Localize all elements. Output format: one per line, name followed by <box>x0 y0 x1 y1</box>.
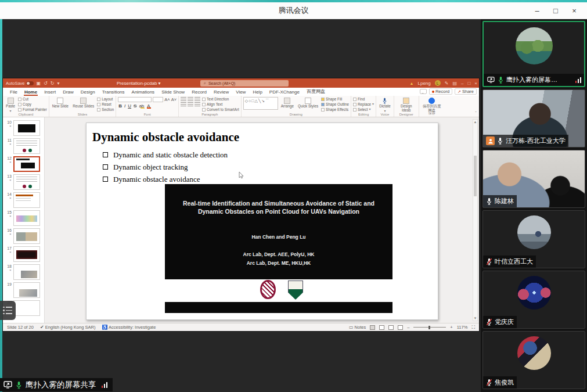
design-ideas-button[interactable]: Design Ideas <box>396 97 417 113</box>
participant-tile[interactable]: 汪万栋-西北工业大学 <box>482 89 585 148</box>
layout-button[interactable]: Layout <box>97 97 114 102</box>
zoom-slider[interactable] <box>413 327 446 328</box>
tab-home[interactable]: Home <box>21 89 41 96</box>
format-painter-button[interactable]: Format Painter <box>18 107 47 112</box>
participant-tile[interactable]: 焦俊凯 <box>482 331 585 389</box>
thumbnail-slide-16[interactable]: 16✶ <box>3 227 44 245</box>
close-button[interactable]: × <box>565 6 584 15</box>
numbering-icon[interactable] <box>188 97 193 102</box>
slide-sorter-view-button[interactable] <box>379 325 384 330</box>
language-status[interactable]: ✔ English (Hong Kong SAR) <box>40 325 96 330</box>
copy-button[interactable]: Copy <box>18 102 47 107</box>
highlight-button[interactable]: ab <box>138 103 145 109</box>
ppt-close-button[interactable]: × <box>474 81 477 86</box>
collapse-ribbon-icon[interactable]: ˆ <box>475 110 477 116</box>
tab-slide-show[interactable]: Slide Show <box>158 89 188 96</box>
current-slide[interactable]: Dynamic obstacle avoidance Dynamic and s… <box>86 123 438 320</box>
accessibility-status[interactable]: ♿ Accessibility: Investigate <box>102 325 156 330</box>
arrange-button[interactable]: Arrange <box>280 97 295 109</box>
reuse-slides-button[interactable]: Reuse Slides <box>71 97 95 109</box>
shape-effects-button[interactable]: Shape Effects <box>321 107 349 112</box>
tab-file[interactable]: File <box>6 89 21 96</box>
bold-button[interactable]: B <box>118 103 123 109</box>
text-direction-button[interactable]: Text Direction <box>202 97 239 102</box>
autosave-toggle[interactable]: AutoSave <box>6 81 34 86</box>
shrink-font-icon[interactable]: A˅ <box>171 97 177 102</box>
thumbnail-slide-11[interactable]: 11✶ <box>3 137 44 155</box>
normal-view-button[interactable] <box>370 325 375 330</box>
align-center-icon[interactable] <box>188 102 193 107</box>
shape-outline-button[interactable]: Shape Outline <box>321 102 349 107</box>
participant-tile[interactable]: 党庆庆 <box>482 271 585 329</box>
participant-tile[interactable]: 叶信立西工大 <box>482 210 585 268</box>
thumbnail-slide-15[interactable]: 15✶ <box>3 209 44 227</box>
tab-transitions[interactable]: Transitions <box>99 89 128 96</box>
quick-styles-button[interactable]: Quick Styles <box>297 97 319 109</box>
reading-view-button[interactable] <box>388 325 394 330</box>
paste-button[interactable]: Paste▾ <box>5 97 16 114</box>
thumbnail-slide-19[interactable]: 19 <box>3 281 44 299</box>
find-button[interactable]: Find <box>353 97 374 102</box>
tab-pdf-xchange[interactable]: PDF-XChange <box>266 89 303 96</box>
ppt-maximize-button[interactable]: □ <box>467 81 470 86</box>
participant-tile[interactable]: 陈建林 <box>482 150 585 208</box>
bullets-icon[interactable] <box>181 97 186 102</box>
vertical-scrollbar[interactable]: ▲ ▼ <box>473 119 478 321</box>
grow-font-icon[interactable]: A˄ <box>164 97 170 102</box>
account-name[interactable]: Lpeng <box>418 81 431 86</box>
embedded-video-frame[interactable]: Real-time Identification and Simultaneou… <box>165 184 392 279</box>
comments-icon[interactable] <box>420 89 427 94</box>
align-left-icon[interactable] <box>181 102 186 107</box>
shapes-gallery[interactable]: ◇○□△╲↘⌒ <box>243 97 278 110</box>
new-slide-button[interactable]: New Slide <box>51 97 70 109</box>
thumbnail-slide-12-selected[interactable]: 12✶ <box>3 155 44 173</box>
tab-draw[interactable]: Draw <box>59 89 77 96</box>
share-button[interactable]: ↗Share <box>455 88 477 95</box>
tab-record[interactable]: Record <box>188 89 210 96</box>
thumbnail-slide-10[interactable]: 10✶ <box>3 119 44 137</box>
ppt-minimize-button[interactable]: – <box>461 81 463 86</box>
thumbnail-slide-13[interactable]: 13✶ <box>3 173 44 191</box>
section-button[interactable]: Section <box>97 107 114 112</box>
thumbnail-slide-18[interactable]: 18✶ <box>3 263 44 281</box>
zoom-in-button[interactable]: + <box>450 325 452 330</box>
screen-share-banner[interactable]: 鹰扑入雾的屏幕共享 <box>0 378 113 391</box>
tab-baidu-netdisk[interactable]: 百度网盘 <box>303 88 329 96</box>
tab-animations[interactable]: Animations <box>128 89 159 96</box>
underline-button[interactable]: U <box>127 103 132 109</box>
notes-button[interactable]: ▭ Notes <box>349 325 366 330</box>
fit-to-window-icon[interactable]: ⛶ <box>471 325 475 330</box>
thumbnail-slide-17[interactable]: 17✶ <box>3 245 44 263</box>
tab-view[interactable]: View <box>232 89 249 96</box>
tab-help[interactable]: Help <box>249 89 265 96</box>
italic-button[interactable]: I <box>124 103 126 109</box>
dictate-button[interactable]: Dictate▾ <box>378 97 392 114</box>
convert-smartart-button[interactable]: Convert to SmartArt <box>202 107 239 112</box>
record-button[interactable]: Record <box>429 88 452 95</box>
zoom-level[interactable]: 117% <box>457 325 468 330</box>
meeting-float-panel-toggle[interactable] <box>0 301 16 320</box>
font-size-select[interactable] <box>153 97 163 102</box>
search-input[interactable]: ⌕ Search (Alt+Q) <box>200 80 289 87</box>
tab-design[interactable]: Design <box>77 89 99 96</box>
slide-thumbnail-panel[interactable]: 10✶ 11✶ 12✶ 13✶ 14✶ 15✶ 16✶ 17✶ 18✶ 19 2… <box>3 117 45 323</box>
zoom-slider-knob[interactable] <box>428 326 430 329</box>
select-button[interactable]: Select▾ <box>353 107 374 112</box>
replace-button[interactable]: Replace▾ <box>353 102 374 107</box>
align-text-button[interactable]: Align Text <box>202 102 239 107</box>
indent-icon[interactable] <box>195 97 200 102</box>
document-title[interactable]: Presentation-pcdab ▾ <box>117 81 161 86</box>
participant-tile-sharer[interactable]: 鹰扑入雾的屏幕… <box>482 21 585 87</box>
avatar[interactable]: L <box>435 80 441 86</box>
maximize-button[interactable]: □ <box>546 6 565 15</box>
reset-button[interactable]: Reset <box>97 102 114 107</box>
cut-button[interactable]: Cut <box>18 97 47 102</box>
quick-access-dropdown-icon[interactable]: ▾ <box>57 81 60 86</box>
tab-insert[interactable]: Insert <box>41 89 59 96</box>
undo-icon[interactable]: ↺ <box>44 81 48 86</box>
zoom-out-button[interactable]: – <box>407 325 409 330</box>
font-name-select[interactable] <box>118 97 152 102</box>
ribbon-display-icon[interactable]: ▤ <box>452 81 457 86</box>
thumbnail-slide-14[interactable]: 14✶ <box>3 191 44 209</box>
scrollbar-thumb[interactable] <box>474 156 477 196</box>
